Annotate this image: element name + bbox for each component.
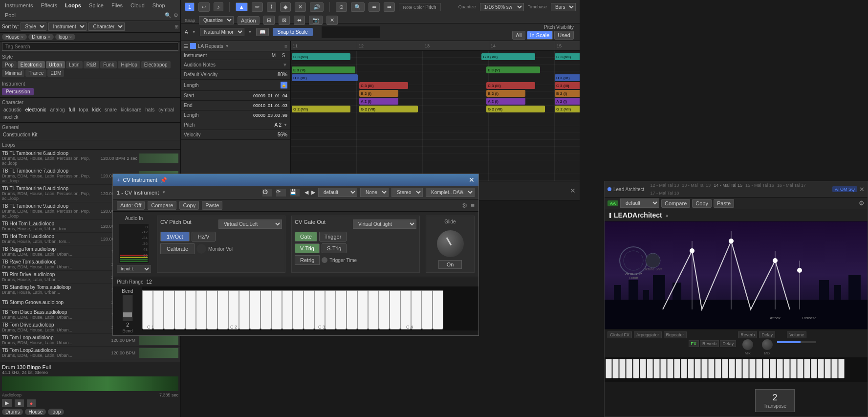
cv-retrig-btn[interactable]: Retrig [295,255,320,265]
files-tab[interactable]: Files [108,1,126,9]
la-close-btn[interactable]: ✕ [859,186,865,193]
cv-strig-btn[interactable]: S-Trig [322,243,347,253]
loop-item[interactable]: TB TL Tambourine 6.audioloop Drums, EDM,… [0,150,180,167]
glide-knob[interactable] [437,230,464,257]
la-white-key-29[interactable] [804,359,810,378]
filter-chip-house[interactable]: House × [2,34,27,40]
white-key-C2[interactable] [217,290,228,329]
la-white-key-31[interactable] [818,359,824,378]
note-g3-3[interactable]: G 3 (VII) [555,53,580,60]
style-edm[interactable]: EDM [47,69,64,77]
filter-chip-drums[interactable]: Drums × [28,34,54,40]
snap-to-scale-btn[interactable]: Snap to Scale [273,28,313,36]
style-latin[interactable]: Latin [66,61,83,68]
la-white-key-7[interactable] [653,359,660,378]
white-key-F4[interactable] [400,290,411,329]
la-white-key-2[interactable] [619,359,626,378]
cv-close-btn[interactable]: ✕ [469,176,475,184]
la-white-key-26[interactable] [783,359,790,378]
close-pr-btn[interactable]: ✕ [326,16,338,25]
white-key-E3[interactable] [314,290,325,329]
pv-all-btn[interactable]: All [512,31,525,40]
white-key-F2[interactable] [250,290,260,329]
white-key-D3[interactable] [304,290,314,329]
la-white-key-30[interactable] [811,359,817,378]
style-electropop[interactable]: Electropop [141,61,171,68]
shop-tab[interactable]: Shop [150,1,168,9]
cv-gate-out-select[interactable]: Virtual Out..ight [353,219,416,229]
la-white-key-16[interactable] [715,359,721,378]
la-settings-icon[interactable]: ⚙ [859,199,865,207]
style-rnb[interactable]: R&B [84,61,100,68]
char-hats[interactable]: hats [144,107,156,113]
cv-preset-select[interactable]: default [318,188,357,197]
brush-tool-btn[interactable]: ⌇ [267,2,276,12]
note-c3-2[interactable]: C 3 (III) [486,82,535,89]
cloud-tab[interactable]: Cloud [128,1,148,9]
note-b2-3[interactable]: B 2 (I) [555,90,580,97]
style-minimal[interactable]: Minimal [2,69,24,77]
pencil-tool-btn[interactable]: ✏ [252,2,263,12]
char-analog[interactable]: analog [49,107,66,113]
input-select[interactable]: Input L [117,265,151,273]
cv-calibrate-btn[interactable]: Calibrate [160,243,195,254]
loop-item[interactable]: TB Tom Loop2A.audioloop Drums, EDM, Hous… [0,359,180,360]
style-pop[interactable]: Pop [2,61,17,68]
cv-next-btn[interactable]: ▶ [311,189,315,196]
tag-house[interactable]: House [25,409,46,415]
scale-book-btn[interactable]: 📖 [256,28,269,36]
white-key-F1[interactable] [174,290,185,329]
white-key-B1[interactable] [207,290,217,329]
char-acoustic[interactable]: acoustic [2,107,23,113]
cv-trigger-btn[interactable]: Trigger [319,232,347,241]
cv-power-btn[interactable]: ⏻ [262,189,272,197]
filter-chip-loop[interactable]: loop × [55,34,75,40]
note-g3-2[interactable]: G 3 (VII) [481,53,535,60]
white-key-A2[interactable] [271,290,282,329]
la-white-key-14[interactable] [701,359,708,378]
record-btn[interactable]: ● [27,399,36,407]
la-white-key-18[interactable] [729,359,735,378]
la-white-key-23[interactable] [763,359,769,378]
white-key-G2[interactable] [260,290,271,329]
pv-in-scale-btn[interactable]: In Scale [527,31,553,40]
la-white-key-17[interactable] [722,359,728,378]
number-tool-btn[interactable]: 1 [185,2,195,11]
play-btn[interactable]: ▶ [2,399,12,407]
la-white-key-10[interactable] [674,359,680,378]
stop-btn[interactable]: ■ [15,399,24,407]
style-urban[interactable]: Urban [46,61,65,68]
arrow-right-btn[interactable]: ➡ [384,2,395,12]
note-g2-1[interactable]: G 2 (VII) [292,106,350,112]
la-white-key-22[interactable] [756,359,762,378]
cv-vtrig-btn[interactable]: V-Trig [295,243,320,253]
la-white-key-27[interactable] [790,359,797,378]
char-kicksnare[interactable]: kicksnare [119,107,143,113]
pitch-dropdown[interactable]: ▼ [283,123,287,127]
cv-stereo-select[interactable]: Stereo [391,188,423,197]
note-a2-1[interactable]: A 2 (I) [359,98,398,105]
la-reverb-knob[interactable] [742,339,753,350]
la-white-key-0[interactable] [606,359,612,378]
la-white-key-19[interactable] [736,359,742,378]
white-key-C4[interactable] [368,290,379,329]
cv-paste-btn[interactable]: Paste [202,201,222,210]
la-copy-btn[interactable]: Copy [692,199,712,208]
sort-instrument-select[interactable]: Instrument [48,22,87,31]
note-g2-2[interactable]: G 2 (VII) [359,106,418,112]
note-e3-1[interactable]: E 3 (V) [292,66,355,73]
note-b2-2[interactable]: B 2 (I) [486,90,525,97]
tag-drums[interactable]: Drums [2,409,23,415]
cv-gate-btn[interactable]: Gate [295,232,317,241]
white-key-D1[interactable] [153,290,164,329]
la-volume-slider[interactable] [777,341,816,343]
piano-keyboard[interactable]: C 1 C 2 C 3 C 4 [142,286,478,330]
cv-pin-icon[interactable]: 📌 [160,177,167,183]
style-trance[interactable]: Trance [25,69,46,77]
char-cymbal[interactable]: cymbal [157,107,175,113]
splice-tab[interactable]: Splice [86,1,107,9]
la-white-key-4[interactable] [633,359,639,378]
white-key-G3[interactable] [336,290,347,329]
white-key-E2[interactable] [239,290,250,329]
loops-tab[interactable]: Loops [62,1,84,9]
